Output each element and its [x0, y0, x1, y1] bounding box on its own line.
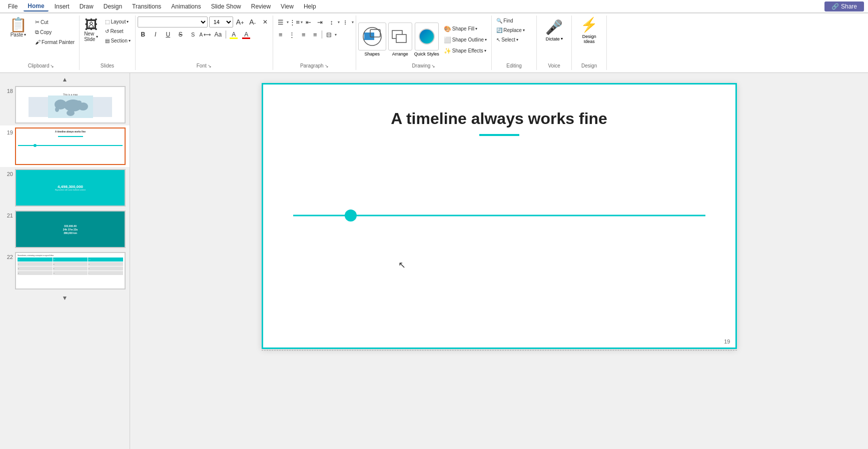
menu-review[interactable]: Review: [247, 2, 275, 11]
dictate-label: Dictate ▾: [546, 36, 563, 42]
find-button[interactable]: 🔍 Find: [494, 16, 515, 25]
paragraph-label: Paragraph ↘: [275, 63, 354, 70]
columns-button[interactable]: ⫶: [340, 16, 351, 28]
italic-button[interactable]: I: [150, 29, 161, 40]
decrease-indent-button[interactable]: ⇤: [303, 16, 314, 28]
ribbon: 📋 Paste ▾ ✂ Cut ⧉ Copy: [0, 13, 868, 73]
table-cell: C: [88, 262, 123, 266]
shadow-button[interactable]: S: [188, 29, 199, 40]
line-spacing-button[interactable]: ↕: [326, 16, 337, 28]
slide-21-metric-2: 24h 37m 23s: [63, 228, 78, 231]
slide-item-20[interactable]: 20 4,498,300,000 Big number with some bu…: [0, 167, 130, 208]
slide-item-18[interactable]: 18 This is a map: [0, 84, 130, 126]
smart-art-button[interactable]: ⊟: [323, 29, 334, 40]
new-slide-icon: 🖼: [85, 18, 98, 31]
scroll-down-arrow[interactable]: ▼: [62, 294, 68, 302]
font-color-button[interactable]: A: [241, 29, 252, 40]
underline-button[interactable]: U: [163, 29, 174, 40]
font-expand-icon[interactable]: ↘: [208, 64, 212, 68]
menu-transitions[interactable]: Transitions: [128, 2, 165, 11]
slide-18-map: [29, 97, 112, 117]
clear-format-button[interactable]: ✕: [260, 16, 271, 28]
separator: [226, 30, 227, 38]
menu-view[interactable]: View: [277, 2, 298, 11]
menu-home[interactable]: Home: [24, 2, 48, 12]
slide-accent-line: [479, 134, 519, 136]
paste-button[interactable]: 📋 Paste ▾: [5, 16, 32, 40]
svg-rect-1: [364, 32, 374, 40]
increase-font-button[interactable]: A+: [235, 16, 246, 28]
layout-icon: ⬚: [105, 19, 110, 24]
numbering-button[interactable]: ⋮≡: [289, 16, 300, 28]
menu-help[interactable]: Help: [300, 2, 320, 11]
font-name-select[interactable]: [138, 16, 208, 28]
menu-insert[interactable]: Insert: [51, 2, 74, 11]
slide-item-21[interactable]: 21 333,000.00 24h 37m 23s 386,000 km: [0, 208, 130, 250]
justify-button[interactable]: ≡: [310, 29, 321, 40]
quick-styles-label: Quick Styles: [414, 52, 439, 56]
arrange-button[interactable]: [388, 22, 412, 50]
shapes-button[interactable]: [358, 22, 386, 50]
timeline-area: [263, 208, 735, 223]
clipboard-expand-icon[interactable]: ↘: [50, 64, 54, 68]
bold-button[interactable]: B: [138, 29, 149, 40]
menu-animations[interactable]: Animations: [167, 2, 205, 11]
table-cell: F: [88, 266, 123, 270]
slide-thumb-21[interactable]: 333,000.00 24h 37m 23s 386,000 km: [15, 210, 126, 248]
menu-slideshow[interactable]: Slide Show: [207, 2, 245, 11]
case-button[interactable]: Aa: [213, 29, 224, 40]
paragraph-expand-icon[interactable]: ↘: [325, 64, 329, 68]
drawing-label: Drawing ↘: [358, 63, 489, 70]
font-label: Font ↘: [138, 63, 271, 70]
new-slide-button[interactable]: 🖼 New Slide ▾: [82, 16, 101, 44]
shape-outline-button[interactable]: ⬜ Shape Outline ▾: [441, 35, 489, 45]
reset-button[interactable]: ↺ Reset: [103, 27, 133, 36]
cut-button[interactable]: ✂ Cut: [33, 18, 77, 27]
slides-group: 🖼 New Slide ▾ ⬚ Layout ▾ ↺ Reset: [80, 16, 136, 70]
app-body: ▲ 18 This is a map: [0, 73, 868, 449]
design-ideas-button[interactable]: ⚡ DesignIdeas: [577, 16, 602, 44]
align-center-button[interactable]: ⋮: [287, 29, 298, 40]
highlight-button[interactable]: A: [228, 29, 239, 40]
slide-canvas[interactable]: A timeline always works fine ↖ 19: [262, 83, 737, 349]
paste-icon: 📋: [10, 18, 27, 32]
slide-thumb-19[interactable]: A timeline always works fine: [15, 128, 126, 165]
font-size-select[interactable]: 14: [209, 16, 233, 28]
shape-effects-icon: ✨: [444, 48, 451, 54]
svg-point-10: [77, 100, 82, 104]
share-button[interactable]: 🔗 Share: [824, 2, 864, 12]
timeline-dot[interactable]: [345, 210, 357, 222]
spacing-button[interactable]: A⟷: [200, 29, 211, 40]
cut-icon: ✂: [35, 19, 40, 26]
bullets-button[interactable]: ☰: [275, 16, 286, 28]
slide-thumb-20[interactable]: 4,498,300,000 Big number with some bulle…: [15, 169, 126, 206]
slide-thumb-22[interactable]: Sometimes, reviewing concepts is a good …: [15, 252, 126, 290]
format-painter-button[interactable]: 🖌 Format Painter: [33, 38, 77, 46]
shape-effects-button[interactable]: ✨ Shape Effects ▾: [441, 46, 489, 56]
shape-outline-icon: ⬜: [444, 36, 451, 44]
drawing-expand-icon[interactable]: ↘: [431, 64, 435, 68]
align-right-button[interactable]: ≡: [298, 29, 309, 40]
menu-draw[interactable]: Draw: [76, 2, 98, 11]
menu-design[interactable]: Design: [100, 2, 126, 11]
shape-fill-button[interactable]: 🎨 Shape Fill ▾: [441, 24, 489, 34]
slide-item-19[interactable]: 19 A timeline always works fine: [0, 126, 130, 167]
arrange-label: Arrange: [392, 52, 408, 56]
scroll-up-arrow[interactable]: ▲: [62, 76, 68, 83]
quick-styles-button[interactable]: [415, 22, 439, 50]
strikethrough-button[interactable]: S: [175, 29, 186, 40]
increase-indent-button[interactable]: ⇥: [315, 16, 326, 28]
layout-button[interactable]: ⬚ Layout ▾: [103, 18, 133, 26]
menu-file[interactable]: File: [4, 2, 22, 11]
decrease-font-button[interactable]: A-: [247, 16, 258, 28]
select-button[interactable]: ↖ Select ▾: [494, 36, 521, 44]
section-button[interactable]: ▤ Section ▾: [103, 36, 133, 45]
copy-button[interactable]: ⧉ Copy: [33, 28, 77, 37]
align-left-button[interactable]: ≡: [275, 29, 286, 40]
slide-panel: ▲ 18 This is a map: [0, 73, 130, 449]
dictate-button[interactable]: 🎤 Dictate ▾: [544, 16, 564, 44]
slide-item-22[interactable]: 22 Sometimes, reviewing concepts is a go…: [0, 250, 130, 292]
slide-thumb-18[interactable]: This is a map: [15, 86, 126, 124]
replace-button[interactable]: 🔄 Replace ▾: [494, 26, 527, 34]
new-slide-label: New Slide ▾: [84, 31, 98, 42]
